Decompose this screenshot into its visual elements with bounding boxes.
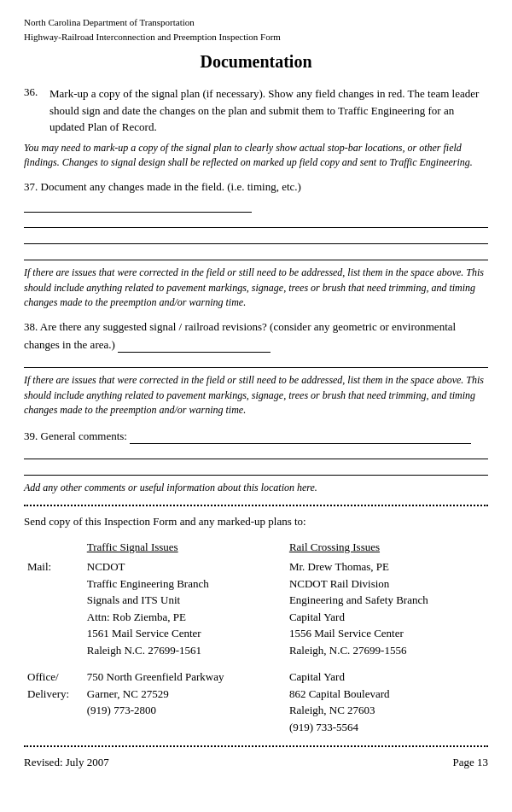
header-line1: North Carolina Department of Transportat…: [24, 15, 488, 30]
item-39-line1[interactable]: [24, 446, 488, 459]
contacts-mail-row: Mail: NCDOT Traffic Engineering Branch S…: [24, 557, 488, 660]
item-38-text: Are there any suggested signal / railroa…: [24, 320, 456, 351]
office-label: Office/Delivery:: [24, 667, 84, 737]
item-39-text: General comments:: [41, 429, 471, 442]
traffic-header: Traffic Signal Issues: [84, 537, 286, 558]
col-label-empty: [24, 537, 84, 558]
item-38-note: If there are issues that were corrected …: [24, 373, 488, 418]
item-37-num: 37.: [24, 180, 38, 193]
rail-header: Rail Crossing Issues: [286, 537, 488, 558]
footer: Revised: July 2007 Page 13: [24, 756, 488, 769]
item-38-line1[interactable]: [24, 354, 488, 368]
item-39-answer-inline[interactable]: [130, 427, 471, 445]
traffic-office-address: 750 North Greenfield Parkway Garner, NC …: [84, 667, 286, 737]
section-37: 37. Document any changes made in the fie…: [24, 178, 488, 310]
header-line2: Highway-Railroad Interconnection and Pre…: [24, 30, 488, 44]
contacts-spacer-row: [24, 660, 488, 667]
item-38-num: 38.: [24, 320, 38, 333]
section-36: 36. Mark-up a copy of the signal plan (i…: [24, 85, 488, 170]
footer-revised: Revised: July 2007: [24, 756, 109, 769]
contacts-office-row: Office/Delivery: 750 North Greenfield Pa…: [24, 667, 488, 737]
item-39-inline: 39. General comments:: [24, 427, 488, 445]
item-39-lines: [24, 446, 488, 476]
item-36: 36. Mark-up a copy of the signal plan (i…: [24, 85, 488, 136]
item-37-lines: [24, 214, 488, 260]
contacts-header-row: Traffic Signal Issues Rail Crossing Issu…: [24, 537, 488, 558]
item-39-num: 39.: [24, 429, 38, 442]
footer-page: Page 13: [452, 756, 488, 769]
form-header: North Carolina Department of Transportat…: [24, 15, 488, 44]
item-37-line2[interactable]: [24, 231, 488, 244]
mail-label: Mail:: [24, 557, 84, 660]
item-37-inline: 37. Document any changes made in the fie…: [24, 178, 488, 213]
item-37-line1[interactable]: [24, 214, 488, 228]
page-title: Documentation: [24, 52, 488, 72]
item-39-line2[interactable]: [24, 462, 488, 476]
item-37-note: If there are issues that were corrected …: [24, 266, 488, 310]
traffic-mail-address: NCDOT Traffic Engineering Branch Signals…: [84, 557, 286, 660]
rail-office-address: Capital Yard 862 Capital Boulevard Ralei…: [286, 667, 488, 737]
item-37-answer-inline[interactable]: [24, 196, 252, 213]
section-39: 39. General comments: Add any other comm…: [24, 427, 488, 496]
item-36-note: You may need to mark-up a copy of the si…: [24, 141, 488, 171]
item-39-note: Add any other comments or useful informa…: [24, 481, 488, 495]
dotted-divider-bottom: [24, 745, 488, 747]
item-36-num: 36.: [24, 85, 49, 136]
contacts-table: Traffic Signal Issues Rail Crossing Issu…: [24, 537, 488, 738]
dotted-divider-top: [24, 505, 488, 506]
section-38: 38. Are there any suggested signal / rai…: [24, 318, 488, 418]
item-37-text: Document any changes made in the field. …: [24, 180, 301, 211]
item-38-lines: [24, 354, 488, 368]
item-36-text: Mark-up a copy of the signal plan (if ne…: [49, 85, 488, 136]
send-text: Send copy of this Inspection Form and an…: [24, 515, 488, 529]
item-38-answer-inline[interactable]: [118, 336, 271, 353]
rail-mail-address: Mr. Drew Thomas, PE NCDOT Rail Division …: [286, 557, 488, 660]
item-37-line3[interactable]: [24, 247, 488, 260]
item-38-inline: 38. Are there any suggested signal / rai…: [24, 318, 488, 353]
